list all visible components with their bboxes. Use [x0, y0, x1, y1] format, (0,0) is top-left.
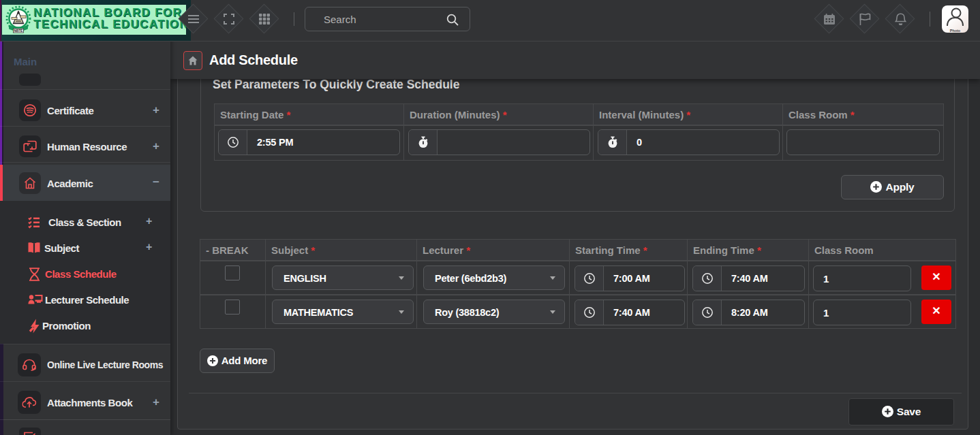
svg-text:NBTE: NBTE	[14, 29, 23, 33]
